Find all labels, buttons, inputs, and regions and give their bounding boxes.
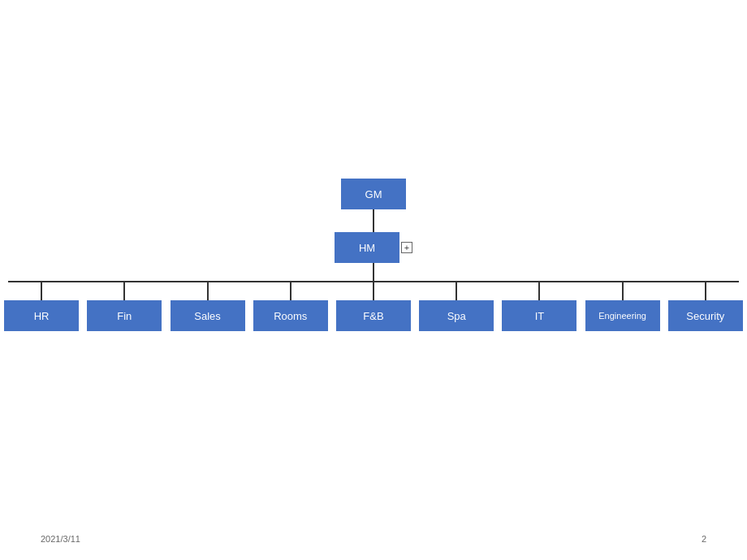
dept-wrapper-rooms: Rooms (249, 282, 332, 331)
dept-node-hr: HR (4, 300, 79, 331)
connector-it (538, 282, 540, 300)
dept-label-fin: Fin (117, 310, 132, 322)
connector-hm-down (373, 263, 374, 281)
dept-label-engineering: Engineering (598, 311, 646, 321)
dept-node-rooms: Rooms (253, 300, 328, 331)
hm-node-wrapper: HM + (335, 232, 412, 263)
hm-level: HM + (335, 232, 412, 263)
dept-label-it: IT (535, 310, 545, 322)
dept-wrapper-fin: Fin (83, 282, 166, 331)
dept-node-fin: Fin (87, 300, 162, 331)
connector-fb (373, 282, 374, 300)
dept-wrapper-engineering: Engineering (581, 282, 664, 331)
dept-node-engineering: Engineering (585, 300, 660, 331)
connector-fin (123, 282, 125, 300)
connector-security (705, 282, 706, 300)
dept-wrapper-it: IT (498, 282, 581, 331)
dept-label-fb: F&B (363, 310, 383, 322)
dept-wrapper-sales: Sales (166, 282, 248, 331)
dept-wrapper-security: Security (664, 282, 747, 331)
connector-engineering (622, 282, 624, 300)
dept-node-fb: F&B (336, 300, 411, 331)
connector-sales (207, 282, 209, 300)
dept-wrapper-hr: HR (0, 282, 83, 331)
connector-rooms (290, 282, 291, 300)
dept-label-sales: Sales (194, 310, 221, 322)
dept-wrapper-fb: F&B (332, 282, 415, 331)
gm-level: GM (341, 179, 406, 209)
footer: 2021/3/11 2 (0, 534, 747, 544)
connector-gm-hm (373, 209, 374, 232)
dept-node-it: IT (502, 300, 576, 331)
footer-date: 2021/3/11 (41, 534, 80, 544)
connector-hr (41, 282, 42, 300)
dept-label-security: Security (686, 310, 724, 322)
dept-node-security: Security (668, 300, 743, 331)
dept-node-sales: Sales (171, 300, 245, 331)
gm-label: GM (365, 188, 382, 200)
connector-spa (456, 282, 457, 300)
hm-label: HM (359, 242, 375, 254)
dept-wrapper-spa: Spa (415, 282, 498, 331)
hm-expand-icon[interactable]: + (401, 242, 412, 253)
org-chart: GM HM + HR (0, 179, 747, 331)
page: GM HM + HR (0, 0, 747, 560)
dept-node-spa: Spa (419, 300, 494, 331)
dept-label-hr: HR (34, 310, 50, 322)
dept-label-rooms: Rooms (274, 310, 307, 322)
departments-level: HR Fin Sales Rooms (0, 282, 747, 331)
footer-page: 2 (702, 534, 706, 544)
gm-node: GM (341, 179, 406, 209)
dept-label-spa: Spa (447, 310, 466, 322)
hm-node: HM (335, 232, 399, 263)
